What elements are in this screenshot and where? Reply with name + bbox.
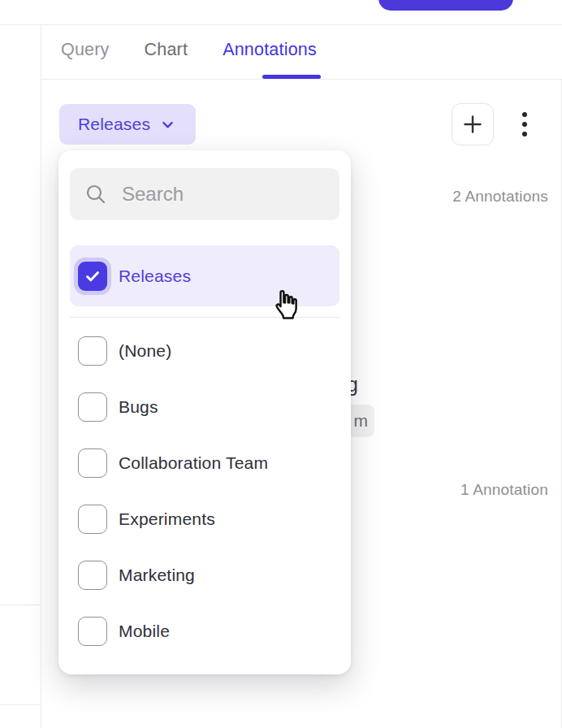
- option-label: Releases: [119, 266, 191, 286]
- annotation-count-top: 2 Annotations: [452, 188, 548, 206]
- option-label: Bugs: [119, 397, 158, 417]
- check-icon: [83, 266, 102, 286]
- option-label: Collaboration Team: [119, 453, 268, 473]
- option-mobile[interactable]: Mobile: [70, 603, 339, 659]
- tab-bar: Query Chart Annotations: [61, 40, 317, 60]
- chevron-down-icon: [161, 118, 175, 132]
- option-experiments[interactable]: Experiments: [70, 491, 339, 547]
- checkbox-checked[interactable]: [78, 262, 107, 291]
- top-divider: [0, 24, 562, 25]
- search-box[interactable]: [70, 168, 339, 220]
- option-marketing[interactable]: Marketing: [70, 547, 339, 603]
- tab-annotations[interactable]: Annotations: [223, 40, 317, 60]
- option-label: Mobile: [119, 622, 170, 641]
- plus-icon: [461, 113, 484, 136]
- tab-chart[interactable]: Chart: [145, 40, 188, 60]
- search-input[interactable]: [122, 183, 326, 206]
- option-releases-selected[interactable]: Releases: [70, 245, 339, 306]
- tabs-divider: [41, 79, 562, 80]
- annotations-screen: Query Chart Annotations Releases 2 Annot…: [0, 0, 562, 728]
- checkbox-unchecked[interactable]: [78, 617, 107, 646]
- checkbox-unchecked[interactable]: [78, 448, 107, 478]
- search-icon: [84, 183, 107, 206]
- sidebar-row-divider: [0, 704, 41, 705]
- option-none[interactable]: (None): [70, 323, 339, 379]
- option-label: Marketing: [119, 566, 195, 585]
- checkbox-unchecked[interactable]: [78, 505, 107, 534]
- dropdown-divider: [70, 317, 339, 318]
- releases-filter-dropdown-button[interactable]: Releases: [59, 104, 196, 145]
- occluded-tag-fragment: m: [354, 411, 369, 431]
- annotation-category-dropdown: Releases (None) Bugs Collaboration Team …: [58, 150, 351, 674]
- checkbox-unchecked[interactable]: [78, 336, 107, 366]
- option-label: (None): [119, 341, 171, 361]
- more-options-button[interactable]: [512, 105, 537, 144]
- checkbox-unchecked[interactable]: [78, 392, 107, 422]
- option-label: Experiments: [119, 509, 215, 529]
- add-annotation-button[interactable]: [452, 103, 494, 145]
- sidebar-row-divider: [0, 604, 41, 605]
- checkbox-unchecked[interactable]: [78, 561, 107, 590]
- filter-button-label: Releases: [78, 115, 150, 134]
- kebab-menu-icon: [522, 112, 527, 136]
- primary-action-button-cutoff[interactable]: [378, 0, 513, 11]
- option-bugs[interactable]: Bugs: [70, 379, 339, 435]
- sidebar-border: [41, 24, 41, 728]
- tab-query[interactable]: Query: [61, 40, 110, 60]
- option-collaboration-team[interactable]: Collaboration Team: [70, 435, 339, 491]
- annotation-count-bottom: 1 Annotation: [460, 481, 548, 499]
